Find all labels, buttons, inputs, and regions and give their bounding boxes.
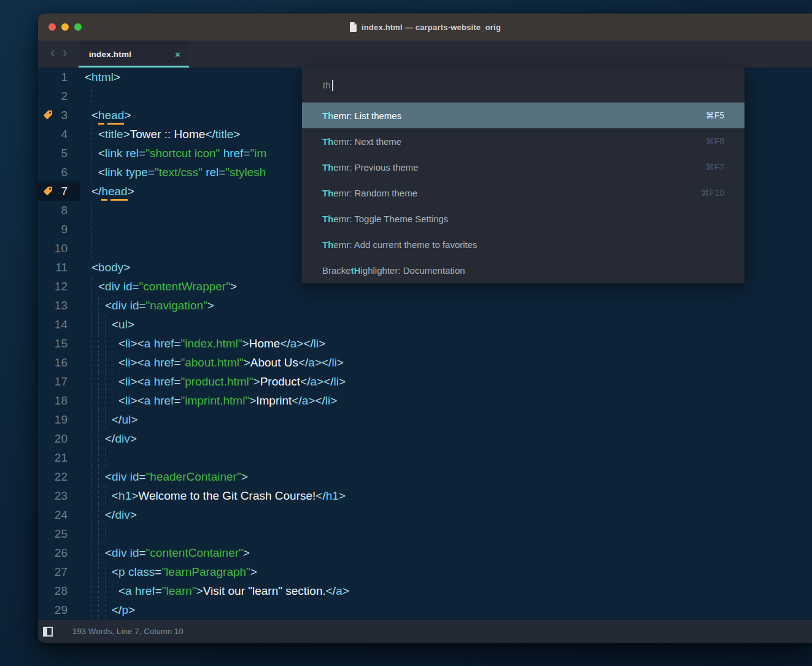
code-line[interactable]: 13<div id="navigation"> (38, 296, 812, 315)
line-content[interactable]: <ul> (80, 315, 134, 334)
bookmark-tag-icon (43, 186, 53, 196)
line-content[interactable]: <a href="learn">Visit our "learn" sectio… (80, 581, 349, 600)
line-number: 29 (55, 603, 68, 616)
line-content[interactable]: <title>Tower :: Home</title> (80, 125, 240, 144)
code-line[interactable]: 15<li><a href="index.html">Home</a></li> (38, 334, 812, 353)
code-line[interactable]: 20</div> (38, 429, 812, 448)
palette-item[interactable]: Themr: List themes⌘F5 (302, 103, 744, 128)
code-line[interactable]: 24</div> (38, 505, 812, 524)
code-line[interactable]: 16<li><a href="about.html">About Us</a><… (38, 353, 812, 372)
code-token: link (105, 144, 123, 163)
indent (85, 391, 91, 410)
code-line[interactable]: 23<h1>Welcome to the Git Crash Course!</… (38, 486, 812, 505)
code-token: > (128, 600, 135, 619)
code-line[interactable]: 27<p class="learnParagraph"> (38, 562, 812, 581)
traffic-lights (48, 23, 82, 31)
gutter: 17 (38, 372, 80, 391)
line-content[interactable]: </head> (80, 182, 134, 201)
line-number: 1 (61, 71, 68, 83)
line-content[interactable]: <link type="text/css" rel="stylesh (80, 163, 266, 182)
panel-toggle-icon[interactable] (43, 627, 53, 637)
code-line[interactable]: 25 (38, 524, 812, 543)
line-number: 5 (61, 147, 68, 160)
line-content[interactable]: </div> (80, 505, 137, 524)
item-match-text: Th (322, 188, 333, 198)
line-content[interactable]: <link rel="shortcut icon" href="im (80, 144, 266, 163)
line-content[interactable] (80, 87, 98, 106)
line-content[interactable]: <h1>Welcome to the Git Crash Course!</h1… (80, 486, 346, 505)
line-content[interactable]: </div> (80, 429, 137, 448)
item-shortcut: ⌘F10 (701, 188, 724, 198)
indent-guide (105, 524, 112, 543)
zoom-window-button[interactable] (74, 23, 82, 31)
line-content[interactable]: <head> (80, 106, 131, 125)
line-content[interactable]: <div id="contentWrapper"> (80, 277, 237, 296)
code-token: </ (280, 334, 290, 353)
code-token: </ (315, 486, 325, 505)
palette-item[interactable]: Themr: Toggle Theme Settings (302, 206, 744, 231)
line-content[interactable] (80, 239, 98, 258)
indent-guide (105, 581, 112, 600)
palette-item[interactable]: BracketHighlighter: Documentation (302, 257, 744, 283)
forward-arrow-icon[interactable]: › (63, 46, 67, 60)
indent-guide (105, 372, 112, 391)
indent-guide (91, 543, 98, 562)
line-content[interactable]: <div id="headerContainer"> (80, 467, 248, 486)
line-content[interactable] (80, 220, 98, 239)
line-content[interactable]: </p> (80, 600, 135, 619)
close-window-button[interactable] (48, 23, 56, 31)
code-token: div (112, 467, 126, 486)
line-number: 25 (55, 527, 68, 540)
line-content[interactable] (80, 201, 98, 220)
line-content[interactable]: <body> (80, 258, 130, 277)
line-content[interactable]: <li><a href="about.html">About Us</a></l… (80, 353, 344, 372)
line-content[interactable]: </ul> (80, 410, 137, 429)
line-content[interactable]: <p class="learnParagraph"> (80, 562, 257, 581)
code-line[interactable]: 18<li><a href="imprint.html">Imprint</a>… (38, 391, 812, 410)
tab-close-icon[interactable]: × (175, 49, 180, 60)
code-token: ></ (308, 391, 325, 410)
indent-guide (98, 391, 105, 410)
code-token: > (244, 353, 250, 372)
gutter: 2 (38, 87, 80, 106)
line-content[interactable] (80, 448, 112, 467)
code-line[interactable]: 17<li><a href="product.html">Product</a>… (38, 372, 812, 391)
minimize-window-button[interactable] (61, 23, 69, 31)
code-line[interactable]: 21 (38, 448, 812, 467)
palette-item[interactable]: Themr: Add current theme to favorites (302, 231, 744, 257)
code-token: "stylesh (225, 163, 266, 182)
line-number: 24 (55, 508, 68, 521)
line-content[interactable]: <html> (80, 68, 120, 87)
line-content[interactable]: <li><a href="product.html">Product</a></… (80, 372, 346, 391)
code-token: id (130, 467, 139, 486)
palette-item[interactable]: Themr: Next theme⌘F8 (302, 128, 744, 154)
code-token: < (105, 467, 112, 486)
line-content[interactable]: <li><a href="imprint.html">Imprint</a></… (80, 391, 337, 410)
code-line[interactable]: 26<div id="contentContainer"> (38, 543, 812, 562)
code-line[interactable]: 22<div id="headerContainer"> (38, 467, 812, 486)
line-content[interactable]: <div id="navigation"> (80, 296, 214, 315)
code-line[interactable]: 29</p> (38, 600, 812, 619)
palette-input[interactable]: th (302, 68, 744, 103)
code-line[interactable]: 28<a href="learn">Visit our "learn" sect… (38, 581, 812, 600)
code-token: a (308, 353, 315, 372)
code-token: > (319, 334, 325, 353)
indent-guide (91, 600, 98, 619)
line-content[interactable]: <div id="contentContainer"> (80, 543, 250, 562)
palette-item[interactable]: Themr: Previous theme⌘F7 (302, 154, 744, 180)
code-token: < (118, 353, 125, 372)
code-token: > (123, 125, 130, 144)
code-token: >< (131, 334, 144, 353)
back-arrow-icon[interactable]: ‹ (50, 46, 55, 60)
code-token: </ (112, 600, 122, 619)
code-token: > (130, 429, 137, 448)
palette-item[interactable]: Themr: Random theme⌘F10 (302, 180, 744, 206)
item-match-text: Th (322, 214, 333, 224)
tab-index-html[interactable]: index.html × (79, 41, 189, 68)
command-palette: th Themr: List themes⌘F5Themr: Next them… (302, 68, 744, 283)
line-content[interactable] (80, 524, 112, 543)
line-content[interactable]: <li><a href="index.html">Home</a></li> (80, 334, 325, 353)
code-line[interactable]: 19</ul> (38, 410, 812, 429)
code-token: < (98, 277, 105, 296)
code-line[interactable]: 14<ul> (38, 315, 812, 334)
